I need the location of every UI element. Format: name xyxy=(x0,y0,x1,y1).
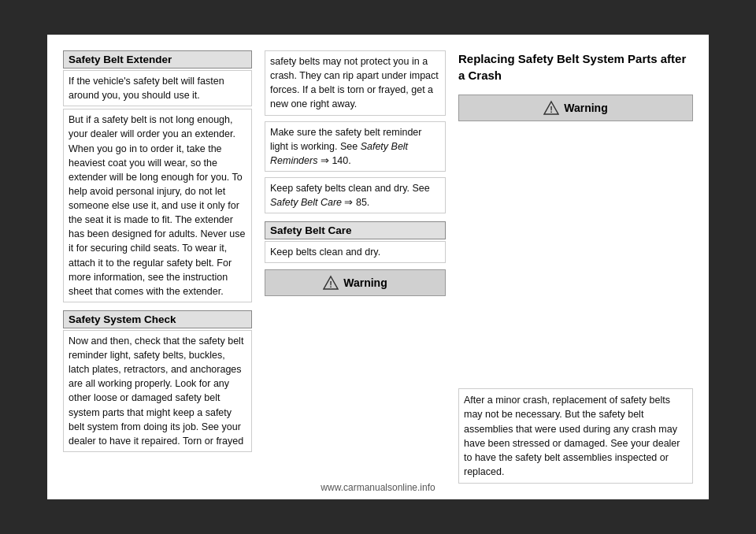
section-safety-system-check: Safety System Check Now and then, check … xyxy=(63,310,252,452)
right-column: Replacing Safety Belt System Parts after… xyxy=(458,50,693,484)
middle-body2: Make sure the safety belt reminder light… xyxy=(265,121,446,172)
svg-text:!: ! xyxy=(329,280,332,289)
svg-text:!: ! xyxy=(550,105,553,114)
belt-extender-body1: If the vehicle's safety belt will fasten… xyxy=(63,70,252,106)
section-belt-care: Safety Belt Care Keep belts clean and dr… xyxy=(265,221,446,263)
warning-label-middle: Warning xyxy=(343,276,387,289)
warning-box-right: ! Warning xyxy=(458,95,693,121)
page: Safety Belt Extender If the vehicle's sa… xyxy=(47,35,709,499)
warning-icon-right: ! xyxy=(543,100,559,116)
belt-extender-body2: But if a safety belt is not long enough,… xyxy=(63,109,252,302)
warning-label-right: Warning xyxy=(564,102,607,114)
watermark: www.carmanualsonline.info xyxy=(321,482,435,493)
left-column: Safety Belt Extender If the vehicle's sa… xyxy=(63,50,252,484)
right-section-title: Replacing Safety Belt System Parts after… xyxy=(458,50,693,83)
safety-system-body1: Now and then, check that the safety belt… xyxy=(63,330,252,452)
middle-ref2: Safety Belt Care xyxy=(270,197,342,208)
middle-body3: Keep safety belts clean and dry. See Saf… xyxy=(265,177,446,213)
section-belt-extender: Safety Belt Extender If the vehicle's sa… xyxy=(63,50,252,302)
belt-care-body1: Keep belts clean and dry. xyxy=(265,241,446,263)
right-body1: After a minor crash, replacement of safe… xyxy=(458,388,693,484)
section-title-safety-system: Safety System Check xyxy=(63,310,252,328)
middle-ref1: Safety Belt Reminders xyxy=(270,141,408,166)
section-title-belt-extender: Safety Belt Extender xyxy=(63,50,252,69)
section-title-belt-care: Safety Belt Care xyxy=(265,221,446,239)
middle-body1: safety belts may not protect you in a cr… xyxy=(265,50,446,116)
warning-icon-middle: ! xyxy=(323,275,339,291)
middle-column: safety belts may not protect you in a cr… xyxy=(265,50,446,484)
warning-box-middle: ! Warning xyxy=(265,269,446,296)
